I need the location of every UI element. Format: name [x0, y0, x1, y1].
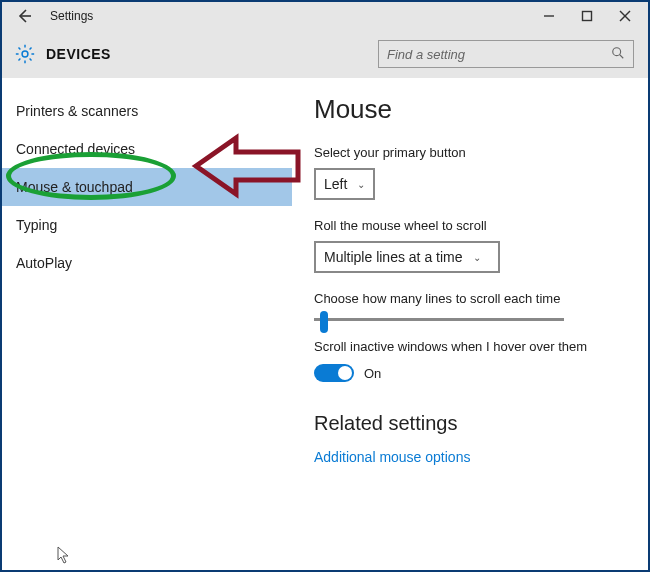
svg-rect-1 — [583, 12, 592, 21]
inactive-windows-label: Scroll inactive windows when I hover ove… — [314, 339, 632, 354]
inactive-windows-toggle[interactable] — [314, 364, 354, 382]
sidebar-item-label: Connected devices — [16, 141, 135, 157]
sidebar-item-connected-devices[interactable]: Connected devices — [2, 130, 292, 168]
search-placeholder: Find a setting — [387, 47, 465, 62]
gear-icon — [14, 43, 36, 65]
sidebar-item-autoplay[interactable]: AutoPlay — [2, 244, 292, 282]
svg-point-4 — [22, 51, 28, 57]
primary-button-value: Left — [324, 176, 347, 192]
wheel-scroll-label: Roll the mouse wheel to scroll — [314, 218, 632, 233]
back-arrow-icon — [16, 8, 32, 24]
body: Printers & scanners Connected devices Mo… — [2, 78, 648, 570]
content-panel: Mouse Select your primary button Left ⌄ … — [292, 78, 648, 570]
primary-button-label: Select your primary button — [314, 145, 632, 160]
sidebar-item-label: AutoPlay — [16, 255, 72, 271]
lines-label: Choose how many lines to scroll each tim… — [314, 291, 632, 306]
content-heading: Mouse — [314, 94, 632, 125]
wheel-scroll-value: Multiple lines at a time — [324, 249, 463, 265]
search-icon — [611, 46, 625, 63]
minimize-button[interactable] — [530, 2, 568, 30]
toggle-knob — [338, 366, 352, 380]
sidebar: Printers & scanners Connected devices Mo… — [2, 78, 292, 570]
sidebar-item-printers[interactable]: Printers & scanners — [2, 92, 292, 130]
sidebar-item-mouse-touchpad[interactable]: Mouse & touchpad — [2, 168, 292, 206]
additional-mouse-options-link[interactable]: Additional mouse options — [314, 449, 632, 465]
maximize-button[interactable] — [568, 2, 606, 30]
lines-slider[interactable] — [314, 318, 564, 321]
toggle-state-text: On — [364, 366, 381, 381]
svg-point-5 — [613, 47, 621, 55]
search-input[interactable]: Find a setting — [378, 40, 634, 68]
close-button[interactable] — [606, 2, 644, 30]
slider-thumb[interactable] — [320, 311, 328, 333]
related-settings-heading: Related settings — [314, 412, 632, 435]
sidebar-item-label: Typing — [16, 217, 57, 233]
section-header: DEVICES Find a setting — [2, 30, 648, 78]
back-button[interactable] — [12, 4, 36, 28]
sidebar-item-label: Mouse & touchpad — [16, 179, 133, 195]
primary-button-dropdown[interactable]: Left ⌄ — [314, 168, 375, 200]
sidebar-item-label: Printers & scanners — [16, 103, 138, 119]
chevron-down-icon: ⌄ — [473, 252, 481, 263]
wheel-scroll-dropdown[interactable]: Multiple lines at a time ⌄ — [314, 241, 500, 273]
slider-track — [314, 318, 564, 321]
window-title: Settings — [50, 9, 93, 23]
sidebar-item-typing[interactable]: Typing — [2, 206, 292, 244]
chevron-down-icon: ⌄ — [357, 179, 365, 190]
section-title: DEVICES — [46, 46, 111, 62]
titlebar: Settings — [2, 2, 648, 30]
svg-line-6 — [620, 54, 624, 58]
